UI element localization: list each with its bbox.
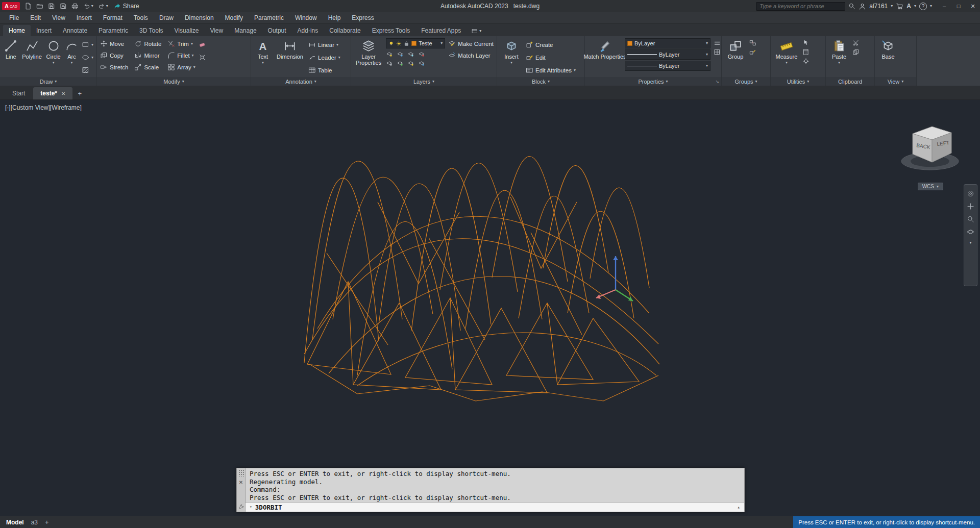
linetype-dropdown[interactable]: ByLayer ▾ (625, 61, 710, 71)
menu-modify[interactable]: Modify (220, 13, 248, 22)
rectangle-tool-button[interactable]: ▾ (82, 39, 93, 50)
layer-unisolate-icon[interactable] (397, 51, 404, 58)
maximize-button[interactable]: □ (951, 0, 966, 12)
line-button[interactable]: Line (3, 38, 19, 60)
stretch-button[interactable]: Stretch (100, 62, 128, 72)
ribbon-tab-insert[interactable]: Insert (31, 25, 57, 36)
groups-panel-title[interactable]: Groups▾ (722, 77, 770, 86)
menu-tools[interactable]: Tools (129, 13, 153, 22)
trim-button[interactable]: Trim▾ (167, 38, 195, 49)
copy-button[interactable]: Copy (100, 50, 128, 61)
ribbon-tab-3d-tools[interactable]: 3D Tools (134, 25, 168, 36)
transparency-icon[interactable] (714, 48, 721, 56)
open-file-button[interactable] (35, 1, 45, 11)
help-button[interactable]: ? (919, 3, 927, 10)
navigation-wheel-icon[interactable] (967, 190, 974, 197)
ribbon-tab-featured-apps[interactable]: Featured Apps (415, 25, 467, 36)
array-button[interactable]: Array▾ (167, 62, 195, 72)
autodesk-apps-button[interactable]: A (906, 3, 911, 10)
scale-button[interactable]: Scale (134, 62, 161, 72)
quick-select-icon[interactable] (802, 39, 810, 46)
group-button[interactable]: Group (725, 38, 746, 60)
polyline-button[interactable]: Polyline (22, 38, 42, 60)
menu-express[interactable]: Express (347, 13, 379, 22)
ribbon-tab-parametric[interactable]: Parametric (93, 25, 134, 36)
new-drawing-button[interactable]: + (74, 88, 86, 99)
command-input-bar[interactable]: ▾ 3DORBIT ▴ (245, 502, 745, 512)
undo-button[interactable]: ▾ (82, 1, 95, 11)
ribbon-display-toggle[interactable]: ▾ (472, 28, 481, 36)
menu-parametric[interactable]: Parametric (249, 13, 289, 22)
circle-button[interactable]: Circle ▾ (45, 38, 62, 65)
command-drag-handle[interactable] (238, 469, 244, 476)
utilities-panel-title[interactable]: Utilities▾ (771, 77, 825, 86)
ribbon-tab-annotate[interactable]: Annotate (57, 25, 93, 36)
layer-selector-dropdown[interactable]: Teste ▾ (386, 38, 445, 48)
annotation-panel-title[interactable]: Annotation▾ (251, 77, 351, 86)
tab-start[interactable]: Start (5, 87, 32, 99)
make-current-button[interactable]: Make Current (448, 38, 494, 49)
menu-help[interactable]: Help (323, 13, 346, 22)
explode-button[interactable] (199, 52, 206, 63)
table-button[interactable]: Table (308, 65, 340, 76)
menu-view[interactable]: View (47, 13, 70, 22)
ribbon-tab-visualize[interactable]: Visualize (169, 25, 205, 36)
erase-button[interactable] (199, 39, 206, 50)
layer-walk-icon[interactable] (407, 60, 414, 67)
minimize-button[interactable]: – (937, 0, 951, 12)
edit-block-button[interactable]: Edit (526, 52, 576, 63)
zoom-extents-icon[interactable] (967, 215, 974, 223)
menu-edit[interactable]: Edit (25, 13, 46, 22)
properties-panel-title[interactable]: Properties▾↘ (585, 77, 721, 86)
match-layer-button[interactable]: Match Layer (448, 50, 494, 61)
measure-button[interactable]: Measure ▾ (774, 38, 799, 65)
menu-format[interactable]: Format (98, 13, 128, 22)
save-button[interactable] (46, 1, 57, 11)
autocad-logo[interactable]: ACAD (2, 2, 20, 10)
properties-dialog-launcher[interactable]: ↘ (715, 79, 719, 84)
linear-dimension-button[interactable]: Linear▾ (308, 39, 340, 50)
ribbon-tab-manage[interactable]: Manage (229, 25, 262, 36)
command-scroll-up-icon[interactable]: ▴ (738, 505, 740, 510)
ungroup-icon[interactable] (749, 39, 756, 46)
plot-button[interactable] (70, 1, 80, 11)
cart-icon[interactable] (896, 3, 903, 10)
ribbon-tab-home[interactable]: Home (3, 25, 31, 36)
command-window[interactable]: ✕ Press ESC or ENTER to exit, or right-c… (236, 468, 745, 512)
block-panel-title[interactable]: Block▾ (497, 77, 584, 86)
group-edit-icon[interactable] (749, 48, 756, 56)
ellipse-tool-button[interactable]: ▾ (82, 52, 93, 63)
properties-list-icon[interactable] (714, 39, 721, 46)
tab-teste[interactable]: teste*✕ (33, 87, 72, 99)
menu-draw[interactable]: Draw (154, 13, 179, 22)
username-label[interactable]: al7161 (869, 3, 888, 10)
view-panel-title[interactable]: View▾ (875, 77, 916, 86)
paste-button[interactable]: Paste ▾ (829, 38, 849, 65)
command-window-gutter[interactable]: ✕ (236, 468, 245, 512)
modify-panel-title[interactable]: Modify▾ (97, 77, 251, 86)
user-caret-icon[interactable]: ▾ (891, 4, 893, 8)
id-point-icon[interactable] (802, 58, 810, 65)
layer-merge-icon[interactable] (418, 60, 425, 67)
ribbon-tab-add-ins[interactable]: Add-ins (292, 25, 324, 36)
mirror-button[interactable]: Mirror (134, 50, 161, 61)
redo-button[interactable]: ▾ (96, 1, 110, 11)
ribbon-tab-express-tools[interactable]: Express Tools (366, 25, 415, 36)
command-customize-wrench-icon[interactable] (238, 504, 244, 510)
layer-freeze-icon[interactable] (407, 51, 414, 58)
draw-panel-title[interactable]: Draw▾ (0, 77, 96, 86)
rotate-button[interactable]: Rotate (134, 38, 161, 49)
search-icon[interactable] (848, 3, 855, 10)
text-button[interactable]: A Text ▾ (254, 38, 272, 65)
menu-file[interactable]: File (4, 13, 24, 22)
search-input[interactable] (756, 2, 845, 11)
command-close-icon[interactable]: ✕ (239, 480, 243, 485)
command-options-caret-icon[interactable]: ▾ (250, 505, 252, 509)
clipboard-panel-title[interactable]: Clipboard (826, 77, 874, 86)
ribbon-tab-collaborate[interactable]: Collaborate (324, 25, 366, 36)
save-as-button[interactable] (58, 1, 68, 11)
dimension-button[interactable]: Dimension (275, 38, 305, 60)
layers-panel-title[interactable]: Layers▾ (351, 77, 497, 86)
help-caret-icon[interactable]: ▾ (930, 4, 932, 8)
pan-icon[interactable] (967, 203, 974, 210)
